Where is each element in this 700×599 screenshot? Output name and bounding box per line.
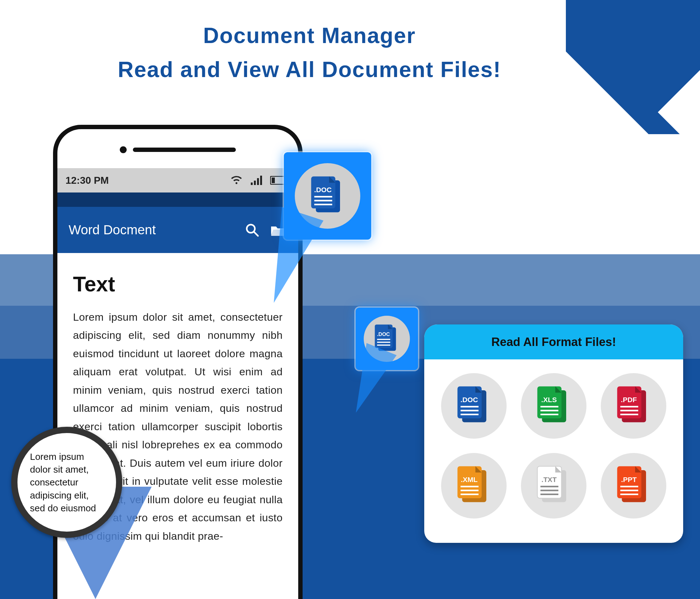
format-txt[interactable]: .TXT	[521, 453, 586, 519]
svg-rect-48	[541, 486, 559, 487]
format-xls[interactable]: .XLS	[521, 373, 586, 439]
magnifier-lens: Lorem ipsum dolor sit amet, consectetur …	[11, 427, 122, 538]
svg-rect-50	[541, 494, 559, 495]
phone-speaker-camera	[120, 146, 236, 153]
svg-text:.DOC: .DOC	[377, 331, 390, 337]
svg-rect-49	[541, 490, 559, 491]
svg-text:.PDF: .PDF	[621, 396, 637, 404]
xls-file-icon: .XLS	[530, 382, 577, 429]
doc-tile-popout-small: .DOC	[356, 308, 418, 370]
cell-signal-icon	[251, 176, 262, 185]
svg-text:.XLS: .XLS	[541, 396, 557, 404]
svg-rect-37	[621, 410, 639, 411]
format-pdf[interactable]: .PDF	[601, 373, 666, 439]
promo-line-1: Document Manager	[203, 23, 416, 48]
appbar-top-strip	[57, 193, 298, 207]
svg-rect-32	[541, 414, 559, 415]
svg-rect-30	[541, 406, 559, 407]
svg-rect-0	[251, 182, 253, 185]
app-bar: Word Docment	[57, 207, 298, 253]
search-button[interactable]	[243, 221, 261, 239]
svg-rect-25	[461, 410, 479, 411]
doc-file-icon: .DOC	[450, 382, 497, 429]
search-icon	[245, 223, 259, 237]
status-bar: 12:30 PM	[57, 168, 298, 193]
magnifier-text: Lorem ipsum dolor sit amet, consectetur …	[30, 450, 104, 515]
svg-rect-20	[377, 344, 390, 346]
xml-file-icon: .XML	[450, 463, 497, 509]
format-ppt[interactable]: .PPT	[601, 453, 666, 519]
status-time: 12:30 PM	[66, 175, 109, 186]
doc-file-icon: .DOC	[304, 173, 351, 219]
svg-text:.PPT: .PPT	[621, 476, 637, 483]
promo-line-2: Read and View All Document Files!	[118, 57, 501, 82]
format-xml[interactable]: .XML	[441, 453, 507, 519]
svg-point-7	[247, 225, 255, 233]
svg-rect-1	[254, 181, 256, 185]
svg-rect-19	[377, 342, 390, 343]
svg-rect-36	[621, 406, 639, 407]
svg-rect-14	[315, 204, 332, 205]
formats-panel-title: Read All Format Files!	[491, 335, 616, 349]
doc-tile-popout-large: .DOC	[284, 152, 371, 240]
phone-speaker-bar	[133, 148, 236, 152]
svg-rect-2	[257, 178, 259, 185]
svg-rect-55	[621, 490, 639, 491]
svg-line-8	[254, 232, 258, 236]
svg-rect-56	[621, 494, 639, 495]
formats-panel: Read All Format Files! .DOC .XLS .PDF .X…	[424, 324, 683, 543]
promo-headline: Document Manager Read and View All Docum…	[0, 19, 619, 86]
phone-camera-dot	[120, 146, 127, 153]
svg-rect-38	[621, 414, 639, 415]
document-heading: Text	[73, 272, 283, 296]
svg-text:.DOC: .DOC	[314, 186, 332, 194]
svg-rect-6	[272, 177, 275, 183]
wifi-icon	[230, 175, 243, 185]
formats-grid: .DOC .XLS .PDF .XML .TXT	[424, 359, 683, 532]
svg-rect-18	[377, 339, 390, 340]
svg-rect-26	[461, 414, 479, 415]
svg-text:.XML: .XML	[461, 476, 478, 483]
svg-rect-43	[461, 490, 479, 491]
format-doc[interactable]: .DOC	[441, 373, 507, 439]
svg-text:.DOC: .DOC	[460, 396, 478, 404]
formats-panel-header: Read All Format Files!	[424, 324, 683, 359]
svg-rect-24	[461, 406, 479, 407]
pdf-file-icon: .PDF	[610, 382, 657, 429]
ppt-file-icon: .PPT	[610, 463, 657, 509]
appbar-title: Word Docment	[69, 222, 234, 238]
svg-rect-44	[461, 494, 479, 495]
svg-text:.TXT: .TXT	[542, 476, 557, 483]
svg-rect-54	[621, 486, 639, 487]
txt-file-icon: .TXT	[530, 463, 577, 509]
svg-rect-31	[541, 410, 559, 411]
svg-rect-13	[315, 200, 332, 202]
svg-rect-12	[315, 196, 332, 198]
svg-rect-42	[461, 486, 479, 487]
svg-rect-3	[260, 176, 262, 185]
